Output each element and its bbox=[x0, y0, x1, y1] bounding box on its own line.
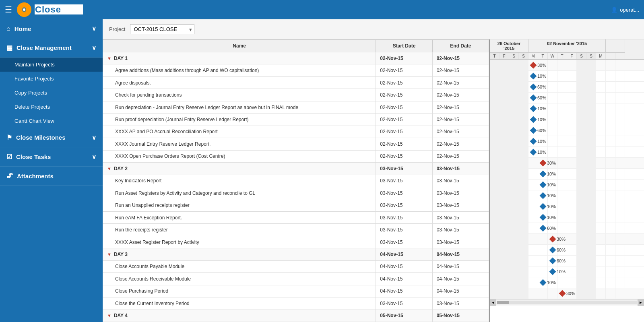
milestone-percent: 30% bbox=[537, 63, 546, 68]
table-row[interactable]: Close Accounts Receivable Module 04-Nov-… bbox=[103, 273, 489, 285]
collapse-arrow[interactable]: ▼ bbox=[107, 313, 111, 318]
gantt-cell bbox=[596, 103, 606, 114]
milestone-percent: 10% bbox=[547, 204, 556, 209]
gantt-cell bbox=[500, 125, 509, 136]
table-row[interactable]: Agree disposals. 02-Nov-15 02-Nov-15 bbox=[103, 76, 489, 89]
collapse-arrow[interactable]: ▼ bbox=[107, 56, 111, 61]
gantt-cell bbox=[519, 169, 528, 180]
gantt-cell bbox=[567, 245, 577, 256]
gantt-cell bbox=[500, 277, 509, 288]
task-end: 04-Nov-15 bbox=[432, 273, 489, 285]
gantt-cell bbox=[509, 223, 519, 234]
milestone-diamond bbox=[549, 247, 556, 254]
milestone-percent: 10% bbox=[537, 139, 546, 144]
gantt-cell bbox=[519, 234, 528, 245]
gantt-cell bbox=[615, 60, 625, 71]
table-row[interactable]: ▼ DAY 3 04-Nov-15 04-Nov-15 bbox=[103, 248, 489, 260]
hamburger-menu[interactable]: ☰ bbox=[5, 5, 12, 14]
gantt-cell bbox=[577, 266, 586, 277]
table-row[interactable]: ▼ DAY 1 02-Nov-15 02-Nov-15 bbox=[103, 52, 489, 64]
sidebar-item-home[interactable]: ⌂ Home ∨ bbox=[0, 19, 103, 38]
gantt-cell bbox=[615, 158, 625, 169]
gantt-cell bbox=[606, 71, 615, 82]
milestone-percent: 60% bbox=[537, 95, 546, 100]
gantt-cell bbox=[519, 125, 528, 136]
task-end: 03-Nov-15 bbox=[432, 297, 489, 310]
table-row[interactable]: Run the receipts register 03-Nov-15 03-N… bbox=[103, 224, 489, 236]
gantt-cell bbox=[606, 82, 615, 93]
sidebar-section-close-milestones[interactable]: ⚑ Close Milestones ∨ bbox=[0, 128, 103, 147]
table-row[interactable]: Run proof depreciation (Journal Entry Re… bbox=[103, 114, 489, 126]
table-row[interactable]: XXXX Open Purchase Orders Report (Cost C… bbox=[103, 150, 489, 162]
scroll-right-arrow[interactable]: ► bbox=[638, 299, 644, 306]
table-row[interactable]: Run eAM FA Exception Report. 03-Nov-15 0… bbox=[103, 211, 489, 223]
title-close: Close bbox=[35, 4, 62, 14]
close-milestones-icon: ⚑ bbox=[6, 134, 12, 141]
table-row[interactable]: XXXX Asset Register Report by Activity 0… bbox=[103, 236, 489, 248]
gantt-cell bbox=[528, 201, 538, 212]
table-row[interactable]: Run depreciation - Journal Entry Reserve… bbox=[103, 101, 489, 113]
milestone-diamond bbox=[530, 149, 537, 156]
sidebar-item-maintain-projects[interactable]: Maintain Projects bbox=[0, 58, 103, 72]
sidebar-item-copy-projects[interactable]: Copy Projects bbox=[0, 86, 103, 100]
sidebar-item-favorite-projects[interactable]: Favorite Projects bbox=[0, 72, 103, 86]
task-name-cell: Run Asset Registers by Activity and Cate… bbox=[103, 187, 376, 199]
scroll-thumb[interactable] bbox=[497, 301, 509, 304]
gantt-cell bbox=[519, 190, 528, 201]
close-management-icon: ▦ bbox=[6, 44, 12, 52]
milestone-marker: 10% bbox=[541, 171, 556, 176]
gantt-cell bbox=[577, 82, 586, 93]
gantt-cell bbox=[606, 266, 615, 277]
col-end-date: End Date bbox=[432, 40, 489, 52]
gantt-cell bbox=[615, 288, 625, 299]
sidebar-section-close-tasks[interactable]: ☑ Close Tasks ∨ bbox=[0, 147, 103, 167]
scroll-track[interactable] bbox=[497, 301, 637, 304]
project-select[interactable]: OCT-2015 CLOSE bbox=[130, 24, 194, 34]
gantt-cell bbox=[615, 114, 625, 125]
gantt-cell bbox=[519, 60, 528, 71]
table-row[interactable]: XXXX AP and PO Accrual Reconciliation Re… bbox=[103, 126, 489, 138]
task-start: 02-Nov-15 bbox=[376, 150, 432, 162]
gantt-cell bbox=[500, 288, 509, 299]
gantt-cell bbox=[615, 266, 625, 277]
gantt-row: 60% bbox=[490, 93, 644, 103]
gantt-cell bbox=[567, 180, 577, 190]
gantt-cell bbox=[567, 103, 577, 114]
table-row[interactable]: Key Indicators Report 03-Nov-15 03-Nov-1… bbox=[103, 175, 489, 187]
scroll-left-arrow[interactable]: ◄ bbox=[490, 299, 496, 306]
gantt-cell bbox=[615, 223, 625, 234]
milestone-marker: 10% bbox=[541, 204, 556, 209]
table-row[interactable]: Run Asset Registers by Activity and Cate… bbox=[103, 187, 489, 199]
sidebar-section-attachments[interactable]: 🖇 Attachments bbox=[0, 167, 103, 186]
table-row[interactable]: ▼ DAY 4 05-Nov-15 05-Nov-15 bbox=[103, 310, 489, 322]
gantt-cell bbox=[596, 147, 606, 158]
milestone-marker: 10% bbox=[550, 269, 566, 274]
gantt-cell bbox=[567, 82, 577, 93]
task-end: 03-Nov-15 bbox=[432, 224, 489, 236]
gantt-cell bbox=[606, 103, 615, 114]
table-row[interactable]: Close Purchasing Period 04-Nov-15 04-Nov… bbox=[103, 285, 489, 297]
sidebar-section-close-management[interactable]: ▦ Close Management ∨ bbox=[0, 38, 103, 58]
gantt-cell bbox=[586, 245, 596, 256]
close-milestones-chevron: ∨ bbox=[92, 134, 96, 141]
gantt-scroll-footer[interactable]: ◄ ► bbox=[490, 299, 644, 305]
table-row[interactable]: Run an Unapplied receipts register 03-No… bbox=[103, 199, 489, 211]
gantt-cell bbox=[557, 82, 567, 93]
table-row[interactable]: Agree additions (Mass additions through … bbox=[103, 64, 489, 76]
table-row[interactable]: Close Accounts Payable Module 04-Nov-15 … bbox=[103, 260, 489, 272]
table-row[interactable]: ▼ DAY 2 03-Nov-15 03-Nov-15 bbox=[103, 163, 489, 175]
table-row[interactable]: Check for pending transactions 02-Nov-15… bbox=[103, 89, 489, 101]
milestone-percent: 30% bbox=[547, 161, 556, 165]
sidebar-item-delete-projects[interactable]: Delete Projects bbox=[0, 100, 103, 114]
collapse-arrow[interactable]: ▼ bbox=[107, 252, 111, 257]
gantt-cell bbox=[567, 71, 577, 82]
table-container[interactable]: Name Start Date End Date ▼ DAY 1 02-Nov-… bbox=[103, 39, 644, 322]
gantt-cell bbox=[586, 71, 596, 82]
sidebar-item-gantt-chart-view[interactable]: Gantt Chart View bbox=[0, 114, 103, 128]
milestone-diamond bbox=[559, 290, 566, 297]
gantt-cell bbox=[500, 93, 509, 103]
gantt-month-extra bbox=[606, 39, 625, 53]
table-row[interactable]: XXXX Journal Entry Reserve Ledger Report… bbox=[103, 138, 489, 150]
collapse-arrow[interactable]: ▼ bbox=[107, 166, 111, 171]
table-row[interactable]: Close the Current Inventory Period 03-No… bbox=[103, 297, 489, 310]
